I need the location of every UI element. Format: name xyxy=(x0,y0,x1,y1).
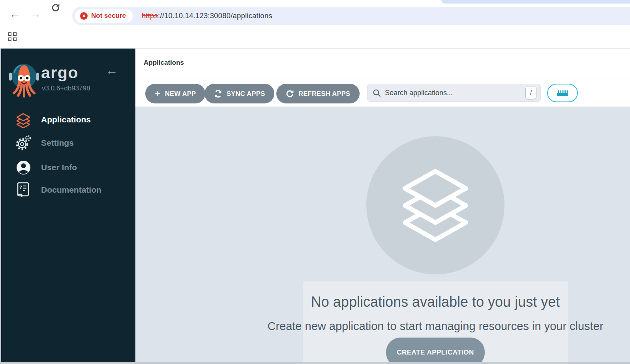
search-input[interactable] xyxy=(385,89,525,97)
url-text: https://10.10.14.123:30080/applications xyxy=(142,11,272,20)
page-title: Applications xyxy=(144,59,184,67)
refresh-apps-label: REFRESH APPS xyxy=(298,90,350,98)
book-icon: ? xyxy=(14,182,32,198)
url-scheme: https xyxy=(142,11,158,20)
browser-forward-icon[interactable]: → xyxy=(30,9,41,20)
sync-icon xyxy=(214,90,222,98)
browser-back-icon[interactable]: ← xyxy=(9,9,21,20)
empty-state-circle xyxy=(366,136,504,274)
browser-toolbar: ← → × Not secure https://10.10.14.123:30… xyxy=(0,4,630,25)
empty-state-title: No applications available to you just ye… xyxy=(238,294,630,310)
view-toggle-button[interactable] xyxy=(547,84,578,102)
not-secure-chip[interactable]: × Not secure xyxy=(75,9,133,23)
search-shortcut-badge: / xyxy=(525,86,536,99)
sidebar-item-label: Documentation xyxy=(41,185,101,195)
sidebar-item-settings[interactable]: Settings xyxy=(0,133,135,153)
sidebar-item-applications[interactable]: Applications xyxy=(0,110,135,129)
browser-tab-strip xyxy=(0,0,630,4)
create-application-button[interactable]: CREATE APPLICATION xyxy=(386,338,485,364)
sidebar-item-user-info[interactable]: User Info xyxy=(0,158,135,177)
sync-apps-button[interactable]: SYNC APPS xyxy=(204,84,274,103)
layers-icon xyxy=(14,111,32,128)
empty-state-subtitle: Create new application to start managing… xyxy=(238,320,630,333)
new-app-button[interactable]: + NEW APP xyxy=(145,84,205,103)
sidebar-item-documentation[interactable]: ? Documentation xyxy=(0,180,135,200)
gear-icon xyxy=(14,135,32,151)
argo-wordmark: argo xyxy=(41,64,79,82)
new-app-label: NEW APP xyxy=(165,90,196,98)
apps-grid-icon[interactable] xyxy=(8,32,17,41)
argo-octopus-logo xyxy=(9,58,39,99)
bookmarks-bar xyxy=(0,25,630,49)
user-icon xyxy=(14,160,32,175)
refresh-apps-button[interactable]: REFRESH APPS xyxy=(276,84,360,103)
search-icon xyxy=(373,89,381,97)
version-label: v3.0.6+db93798 xyxy=(42,84,90,92)
sidebar-item-label: User Info xyxy=(41,163,77,172)
svg-text:?: ? xyxy=(19,185,22,190)
applications-content: No applications available to you just ye… xyxy=(135,107,630,364)
not-secure-icon: × xyxy=(80,12,88,20)
tab-strip-background xyxy=(441,0,630,4)
url-rest: ://10.10.14.123:30080/applications xyxy=(158,11,272,20)
refresh-icon xyxy=(286,90,294,98)
browser-reload-icon[interactable] xyxy=(51,3,61,15)
not-secure-label: Not secure xyxy=(91,12,126,20)
sidebar: argo v3.0.6+db93798 ← Applications xyxy=(0,49,135,364)
window-left-edge xyxy=(0,49,1,364)
layers-large-icon xyxy=(394,158,477,242)
sidebar-collapse-icon[interactable]: ← xyxy=(106,64,118,77)
plus-icon: + xyxy=(155,88,161,98)
ruler-icon xyxy=(557,89,568,97)
argocd-browser-window: ← → × Not secure https://10.10.14.123:30… xyxy=(0,0,630,364)
sidebar-item-label: Applications xyxy=(41,115,91,124)
sync-apps-label: SYNC APPS xyxy=(227,90,265,98)
page-header: Applications + NEW APP SYNC APPS xyxy=(135,49,630,107)
address-bar[interactable]: × Not secure https://10.10.14.123:30080/… xyxy=(72,7,630,25)
sidebar-item-label: Settings xyxy=(41,138,74,148)
search-box: / xyxy=(367,84,541,102)
window-bottom-edge xyxy=(0,362,630,364)
